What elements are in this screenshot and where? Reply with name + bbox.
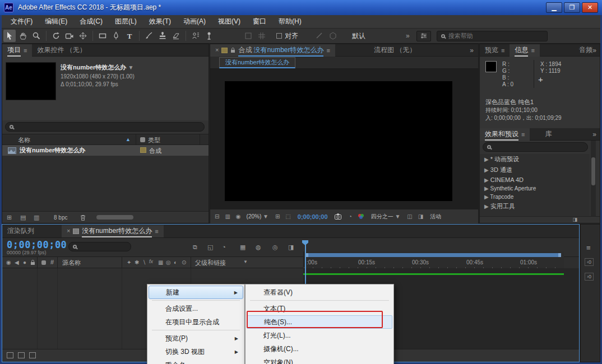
rotate-tool[interactable]	[50, 30, 62, 42]
tab-audio[interactable]: 音频	[578, 44, 592, 57]
maximize-button[interactable]: ❐	[564, 2, 580, 13]
panel-menu-icon[interactable]: ≡	[521, 131, 525, 138]
show-snapshot-icon[interactable]: ◔	[349, 214, 352, 220]
selection-tool[interactable]	[3, 30, 16, 42]
toggle-transfer-pane-icon[interactable]	[18, 352, 25, 358]
panel-menu-icon[interactable]: ≡	[326, 47, 330, 54]
tab-composition[interactable]: × 合成 没有number特效怎么办 ≡	[210, 44, 335, 57]
composition-viewport[interactable]	[225, 81, 452, 201]
frame-blend-icon[interactable]: ▦	[240, 244, 246, 250]
menu-edit[interactable]: 编辑(E)	[39, 15, 73, 28]
lock-icon[interactable]	[30, 259, 35, 265]
trash-icon[interactable]	[80, 214, 86, 221]
effects-search[interactable]	[483, 142, 588, 152]
draft-3d-icon[interactable]: ◱	[207, 244, 213, 250]
region-of-interest-icon[interactable]: ◫	[407, 214, 412, 220]
menu-item-reveal-comp[interactable]: 在项目中显示合成	[149, 315, 243, 329]
timeline-search[interactable]	[68, 242, 131, 251]
bpc-indicator[interactable]: 8 bpc	[54, 214, 67, 221]
tab-render-queue[interactable]: 渲染队列	[2, 225, 39, 237]
zoom-dropdown[interactable]: (20%) ▼	[247, 213, 268, 220]
menu-window[interactable]: 窗口	[247, 15, 272, 28]
threed-switch-icon[interactable]: ⊙	[182, 260, 186, 265]
effects-list-item[interactable]: ▶ 实用工具	[480, 201, 590, 212]
viewer-tab[interactable]: 没有number特效怎么办	[219, 57, 295, 68]
effects-list-item[interactable]: ▶ 3D 通道	[480, 165, 590, 175]
new-folder-icon[interactable]: ▤	[20, 214, 26, 221]
new-preset-icon[interactable]: ◨	[572, 217, 577, 222]
tab-preview[interactable]: 预览≡	[480, 44, 510, 57]
type-tool[interactable]: T	[123, 30, 136, 42]
help-search-input[interactable]	[448, 32, 532, 39]
work-area-bar[interactable]	[305, 253, 561, 257]
hide-shy-icon[interactable]: ◔	[222, 244, 226, 250]
expand-arrow-icon[interactable]: ▶	[484, 194, 489, 200]
auto-keyframe-icon[interactable]: ◎	[272, 244, 278, 250]
column-divider[interactable]	[136, 134, 136, 144]
snapshot-camera-icon[interactable]	[335, 213, 343, 220]
quality-switch-icon[interactable]: ∖	[142, 260, 146, 265]
effects-list-item[interactable]: ▶ Trapcode	[480, 193, 590, 201]
graph-editor-icon[interactable]: ◨	[288, 244, 294, 250]
close-button[interactable]: ✕	[582, 2, 598, 13]
effects-list-item[interactable]: ▶ CINEMA 4D	[480, 175, 590, 184]
list-view-icon[interactable]: ⊞	[7, 214, 12, 221]
toggle-inout-pane-icon[interactable]	[29, 352, 36, 358]
menu-composition[interactable]: 合成(C)	[73, 15, 109, 28]
expand-arrow-icon[interactable]: ▶	[484, 157, 489, 162]
column-parent-link[interactable]: 父级和链接	[195, 259, 226, 267]
panel-menu-icon[interactable]: ≡	[531, 47, 534, 54]
overflow-chevron-icon[interactable]: »	[470, 46, 478, 54]
submenu-item-null-object[interactable]: 空对象(N)	[247, 356, 392, 364]
clone-stamp-tool[interactable]	[156, 30, 169, 42]
eraser-tool[interactable]	[170, 30, 182, 42]
shy-switch-icon[interactable]: ✦	[127, 260, 131, 265]
align-toggle[interactable]: 对齐	[276, 31, 298, 41]
camera-dropdown[interactable]: 活动	[430, 213, 441, 221]
panel-menu-icon[interactable]: ≡	[155, 228, 158, 235]
video-eye-icon[interactable]: ◉	[6, 260, 11, 265]
timeline-menu-icon[interactable]: ≡	[586, 244, 591, 252]
column-source-name[interactable]: 源名称	[62, 259, 81, 267]
horizontal-scrollbar-thumb[interactable]	[96, 215, 133, 220]
expand-arrow-icon[interactable]: ▶	[484, 178, 489, 183]
menu-item-rename[interactable]: 重命名	[149, 358, 243, 364]
tab-flowchart[interactable]: 流程图 （无）	[369, 44, 421, 57]
overflow-chevron-icon[interactable]: »	[592, 130, 600, 138]
effects-scrollbar-thumb[interactable]	[591, 157, 595, 185]
panel-menu-icon[interactable]: ≡	[24, 47, 27, 54]
collapse-switch-icon[interactable]: ✱	[135, 260, 139, 265]
pen-tool[interactable]	[110, 30, 122, 42]
minimize-button[interactable]: ▁	[546, 2, 562, 13]
workspace-settings-button[interactable]	[416, 31, 431, 41]
project-search[interactable]	[5, 122, 205, 132]
close-tab-icon[interactable]: ×	[67, 228, 70, 234]
effects-scrollbar-track[interactable]	[591, 141, 596, 216]
timeline-current-time[interactable]: 0;00;00;00	[7, 239, 67, 250]
workspace-label[interactable]: 默认	[352, 31, 365, 41]
tab-timeline-comp[interactable]: × 没有number特效怎么办 ≡	[62, 225, 164, 237]
tab-project[interactable]: 项目≡	[2, 44, 32, 57]
time-ruler[interactable]: :00s 00:15s 00:30s 00:45s 01:00s	[303, 251, 564, 270]
menu-layer[interactable]: 图层(L)	[109, 15, 143, 28]
sort-asc-icon[interactable]: ▲	[126, 137, 131, 142]
hand-tool[interactable]	[17, 30, 29, 42]
overflow-chevron-icon[interactable]: »	[406, 32, 410, 40]
fx-switch-icon[interactable]: fx	[149, 259, 153, 264]
menu-item-comp-settings[interactable]: 合成设置...	[149, 302, 243, 315]
dropdown-arrow-icon[interactable]: ▼	[128, 65, 133, 71]
submenu-item-camera[interactable]: 摄像机(C)...	[247, 342, 392, 356]
menu-item-switch-3d-view[interactable]: 切换 3D 视图▶	[149, 345, 243, 358]
solo-icon[interactable]: ●	[23, 260, 26, 265]
menu-help[interactable]: 帮助(H)	[272, 15, 308, 28]
tab-effects-presets[interactable]: 效果和预设≡	[480, 128, 530, 141]
expand-arrow-icon[interactable]: ▶	[484, 167, 489, 173]
panel-menu-icon[interactable]: ≡	[501, 47, 504, 54]
shape-tool[interactable]	[96, 30, 109, 42]
project-list-empty[interactable]	[2, 156, 209, 211]
grid-guides-icon[interactable]: ⊞	[275, 214, 280, 220]
menu-animation[interactable]: 动画(A)	[177, 15, 212, 28]
dropdown-arrow-icon[interactable]: ▼	[243, 260, 248, 264]
brush-tool[interactable]	[143, 30, 155, 42]
help-search[interactable]	[437, 31, 548, 41]
